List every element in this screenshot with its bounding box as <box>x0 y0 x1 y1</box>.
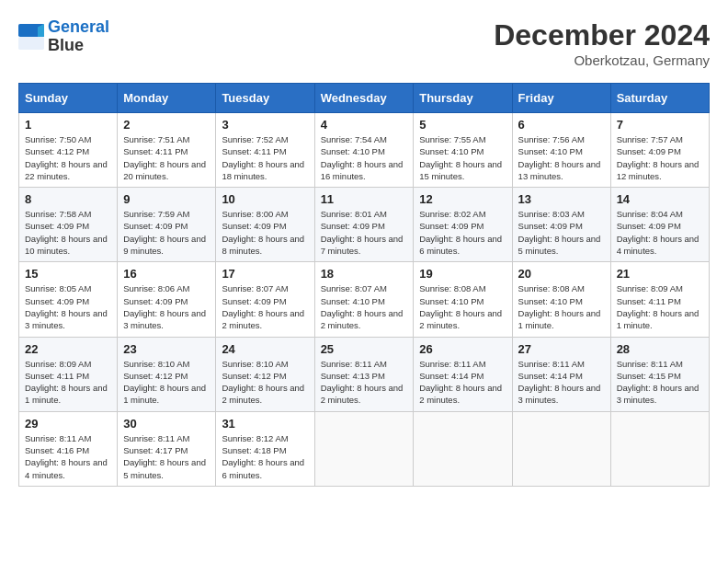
week-row-4: 22Sunrise: 8:09 AMSunset: 4:11 PMDayligh… <box>19 337 710 411</box>
calendar-cell: 28Sunrise: 8:11 AMSunset: 4:15 PMDayligh… <box>610 337 709 411</box>
day-info: Sunrise: 8:11 AMSunset: 4:14 PMDaylight:… <box>518 358 605 407</box>
day-number: 23 <box>123 342 210 356</box>
day-number: 14 <box>617 192 703 206</box>
day-number: 27 <box>518 342 605 356</box>
day-info: Sunrise: 7:52 AMSunset: 4:11 PMDaylight:… <box>222 133 308 182</box>
day-number: 7 <box>617 118 703 132</box>
day-info: Sunrise: 8:09 AMSunset: 4:11 PMDaylight:… <box>617 282 703 331</box>
day-number: 22 <box>25 342 111 356</box>
day-number: 13 <box>518 192 605 206</box>
day-number: 18 <box>321 267 408 281</box>
day-number: 2 <box>123 118 210 132</box>
day-number: 25 <box>321 342 408 356</box>
day-info: Sunrise: 8:01 AMSunset: 4:09 PMDaylight:… <box>321 208 408 257</box>
day-info: Sunrise: 7:57 AMSunset: 4:09 PMDaylight:… <box>617 133 703 182</box>
day-info: Sunrise: 8:10 AMSunset: 4:12 PMDaylight:… <box>123 358 210 407</box>
day-number: 26 <box>419 342 506 356</box>
day-info: Sunrise: 7:51 AMSunset: 4:11 PMDaylight:… <box>123 133 210 182</box>
day-number: 19 <box>419 267 506 281</box>
calendar-cell: 12Sunrise: 8:02 AMSunset: 4:09 PMDayligh… <box>414 188 512 262</box>
calendar-cell: 19Sunrise: 8:08 AMSunset: 4:10 PMDayligh… <box>414 262 512 337</box>
calendar-cell: 5Sunrise: 7:55 AMSunset: 4:10 PMDaylight… <box>414 113 512 188</box>
day-info: Sunrise: 8:11 AMSunset: 4:17 PMDaylight:… <box>123 432 210 481</box>
day-number: 30 <box>123 417 210 431</box>
day-number: 6 <box>518 118 605 132</box>
day-number: 3 <box>222 118 308 132</box>
logo-text: General Blue <box>48 18 109 55</box>
logo: General Blue <box>18 18 109 55</box>
week-row-3: 15Sunrise: 8:05 AMSunset: 4:09 PMDayligh… <box>19 262 710 337</box>
day-number: 8 <box>25 192 111 206</box>
calendar-cell: 15Sunrise: 8:05 AMSunset: 4:09 PMDayligh… <box>19 262 118 337</box>
calendar-cell: 10Sunrise: 8:00 AMSunset: 4:09 PMDayligh… <box>216 188 314 262</box>
day-info: Sunrise: 8:12 AMSunset: 4:18 PMDaylight:… <box>222 432 308 481</box>
calendar-cell: 25Sunrise: 8:11 AMSunset: 4:13 PMDayligh… <box>314 337 414 411</box>
day-number: 21 <box>617 267 703 281</box>
week-row-2: 8Sunrise: 7:58 AMSunset: 4:09 PMDaylight… <box>19 188 710 262</box>
logo-icon <box>18 24 44 50</box>
weekday-header-thursday: Thursday <box>414 84 512 113</box>
calendar-body: 1Sunrise: 7:50 AMSunset: 4:12 PMDaylight… <box>19 113 710 487</box>
calendar-cell: 7Sunrise: 7:57 AMSunset: 4:09 PMDaylight… <box>610 113 709 188</box>
calendar-cell: 24Sunrise: 8:10 AMSunset: 4:12 PMDayligh… <box>216 337 314 411</box>
day-number: 10 <box>222 192 308 206</box>
day-info: Sunrise: 8:04 AMSunset: 4:09 PMDaylight:… <box>617 208 703 257</box>
day-info: Sunrise: 7:56 AMSunset: 4:10 PMDaylight:… <box>518 133 605 182</box>
calendar-cell: 1Sunrise: 7:50 AMSunset: 4:12 PMDaylight… <box>19 113 118 188</box>
calendar-cell: 17Sunrise: 8:07 AMSunset: 4:09 PMDayligh… <box>216 262 314 337</box>
day-info: Sunrise: 8:05 AMSunset: 4:09 PMDaylight:… <box>25 282 111 331</box>
day-info: Sunrise: 8:11 AMSunset: 4:13 PMDaylight:… <box>321 358 408 407</box>
calendar-table: SundayMondayTuesdayWednesdayThursdayFrid… <box>18 83 710 487</box>
calendar-cell: 23Sunrise: 8:10 AMSunset: 4:12 PMDayligh… <box>118 337 216 411</box>
day-number: 12 <box>419 192 506 206</box>
day-info: Sunrise: 8:08 AMSunset: 4:10 PMDaylight:… <box>419 282 506 331</box>
calendar-cell: 14Sunrise: 8:04 AMSunset: 4:09 PMDayligh… <box>610 188 709 262</box>
day-info: Sunrise: 8:08 AMSunset: 4:10 PMDaylight:… <box>518 282 605 331</box>
calendar-cell <box>414 411 512 486</box>
weekday-header-monday: Monday <box>118 84 216 113</box>
title-block: December 2024 Oberkotzau, Germany <box>494 18 710 68</box>
day-info: Sunrise: 8:10 AMSunset: 4:12 PMDaylight:… <box>222 358 308 407</box>
day-info: Sunrise: 7:59 AMSunset: 4:09 PMDaylight:… <box>123 208 210 257</box>
calendar-cell: 16Sunrise: 8:06 AMSunset: 4:09 PMDayligh… <box>118 262 216 337</box>
calendar-cell: 6Sunrise: 7:56 AMSunset: 4:10 PMDaylight… <box>512 113 610 188</box>
day-info: Sunrise: 8:07 AMSunset: 4:10 PMDaylight:… <box>321 282 408 331</box>
page-header: General Blue December 2024 Oberkotzau, G… <box>18 18 710 68</box>
day-number: 17 <box>222 267 308 281</box>
calendar-cell: 21Sunrise: 8:09 AMSunset: 4:11 PMDayligh… <box>610 262 709 337</box>
calendar-cell: 26Sunrise: 8:11 AMSunset: 4:14 PMDayligh… <box>414 337 512 411</box>
day-info: Sunrise: 8:06 AMSunset: 4:09 PMDaylight:… <box>123 282 210 331</box>
week-row-1: 1Sunrise: 7:50 AMSunset: 4:12 PMDaylight… <box>19 113 710 188</box>
calendar-cell <box>610 411 709 486</box>
calendar-cell: 11Sunrise: 8:01 AMSunset: 4:09 PMDayligh… <box>314 188 414 262</box>
day-number: 4 <box>321 118 408 132</box>
calendar-cell <box>314 411 414 486</box>
day-number: 16 <box>123 267 210 281</box>
day-info: Sunrise: 8:11 AMSunset: 4:16 PMDaylight:… <box>25 432 111 481</box>
day-number: 11 <box>321 192 408 206</box>
calendar-cell: 3Sunrise: 7:52 AMSunset: 4:11 PMDaylight… <box>216 113 314 188</box>
calendar-cell: 22Sunrise: 8:09 AMSunset: 4:11 PMDayligh… <box>19 337 118 411</box>
day-info: Sunrise: 7:58 AMSunset: 4:09 PMDaylight:… <box>25 208 111 257</box>
day-info: Sunrise: 7:55 AMSunset: 4:10 PMDaylight:… <box>419 133 506 182</box>
calendar-cell: 30Sunrise: 8:11 AMSunset: 4:17 PMDayligh… <box>118 411 216 486</box>
day-info: Sunrise: 8:02 AMSunset: 4:09 PMDaylight:… <box>419 208 506 257</box>
day-info: Sunrise: 7:54 AMSunset: 4:10 PMDaylight:… <box>321 133 408 182</box>
day-info: Sunrise: 8:00 AMSunset: 4:09 PMDaylight:… <box>222 208 308 257</box>
weekday-header-row: SundayMondayTuesdayWednesdayThursdayFrid… <box>19 84 710 113</box>
calendar-cell <box>512 411 610 486</box>
calendar-cell: 13Sunrise: 8:03 AMSunset: 4:09 PMDayligh… <box>512 188 610 262</box>
day-number: 9 <box>123 192 210 206</box>
day-number: 15 <box>25 267 111 281</box>
weekday-header-sunday: Sunday <box>19 84 118 113</box>
weekday-header-wednesday: Wednesday <box>314 84 414 113</box>
day-number: 5 <box>419 118 506 132</box>
calendar-cell: 18Sunrise: 8:07 AMSunset: 4:10 PMDayligh… <box>314 262 414 337</box>
calendar-cell: 9Sunrise: 7:59 AMSunset: 4:09 PMDaylight… <box>118 188 216 262</box>
calendar-cell: 20Sunrise: 8:08 AMSunset: 4:10 PMDayligh… <box>512 262 610 337</box>
weekday-header-tuesday: Tuesday <box>216 84 314 113</box>
day-info: Sunrise: 7:50 AMSunset: 4:12 PMDaylight:… <box>25 133 111 182</box>
day-info: Sunrise: 8:03 AMSunset: 4:09 PMDaylight:… <box>518 208 605 257</box>
calendar-cell: 27Sunrise: 8:11 AMSunset: 4:14 PMDayligh… <box>512 337 610 411</box>
calendar-cell: 29Sunrise: 8:11 AMSunset: 4:16 PMDayligh… <box>19 411 118 486</box>
